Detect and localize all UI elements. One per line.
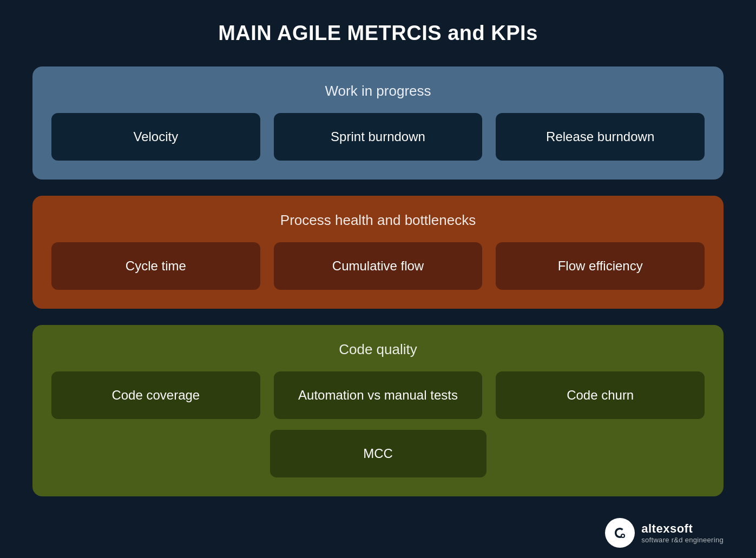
- code-cards-row2: MCC: [51, 430, 705, 477]
- code-cards-row1: Code coverage Automation vs manual tests…: [51, 371, 705, 419]
- logo-area: altexsoft software r&d engineering: [605, 518, 724, 548]
- logo-subtitle: software r&d engineering: [641, 536, 724, 544]
- card-code-coverage[interactable]: Code coverage: [51, 371, 260, 419]
- svg-point-2: [622, 535, 624, 537]
- svg-point-0: [610, 523, 629, 542]
- card-code-churn[interactable]: Code churn: [496, 371, 705, 419]
- card-cycle-time[interactable]: Cycle time: [51, 242, 260, 290]
- card-sprint-burndown[interactable]: Sprint burndown: [274, 113, 483, 161]
- card-mcc[interactable]: MCC: [270, 430, 487, 477]
- card-cumulative-flow[interactable]: Cumulative flow: [274, 242, 483, 290]
- process-cards-row: Cycle time Cumulative flow Flow efficien…: [51, 242, 705, 290]
- logo-text: altexsoft software r&d engineering: [641, 522, 724, 544]
- card-automation-tests[interactable]: Automation vs manual tests: [274, 371, 483, 419]
- section-wip: Work in progress Velocity Sprint burndow…: [32, 67, 724, 180]
- section-process: Process health and bottlenecks Cycle tim…: [32, 196, 724, 309]
- section-code: Code quality Code coverage Automation vs…: [32, 325, 724, 496]
- card-flow-efficiency[interactable]: Flow efficiency: [496, 242, 705, 290]
- logo-icon: [605, 518, 635, 548]
- section-process-title: Process health and bottlenecks: [51, 212, 705, 229]
- page-title: MAIN AGILE METRCIS and KPIs: [218, 22, 538, 45]
- wip-cards-row: Velocity Sprint burndown Release burndow…: [51, 113, 705, 161]
- card-velocity[interactable]: Velocity: [51, 113, 260, 161]
- card-release-burndown[interactable]: Release burndown: [496, 113, 705, 161]
- section-code-title: Code quality: [51, 341, 705, 358]
- logo-name: altexsoft: [641, 522, 724, 536]
- section-wip-title: Work in progress: [51, 83, 705, 99]
